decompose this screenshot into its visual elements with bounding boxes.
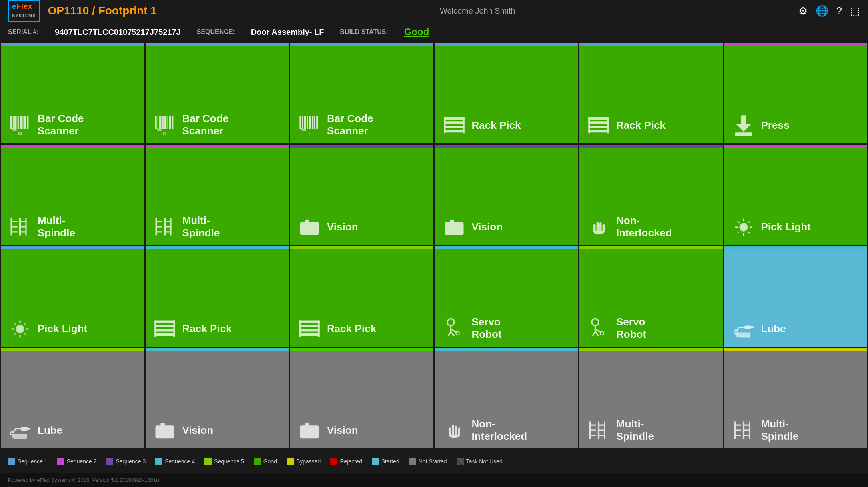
svg-line-110 (448, 332, 451, 336)
tile-label-22: Multi- Spindle (616, 418, 654, 443)
svg-rect-2 (14, 116, 16, 129)
legend-seq5: Sequence 5 (204, 458, 244, 465)
rack-icon (153, 317, 177, 341)
tile-10[interactable]: Non- Interlocked (579, 144, 724, 246)
tile-bar-4 (579, 43, 723, 46)
spindle-icon (732, 418, 756, 442)
tile-label-7: Multi- Spindle (182, 214, 220, 239)
rack-icon (587, 114, 611, 138)
svg-point-85 (18, 326, 23, 331)
tile-label-10: Non- Interlocked (616, 214, 672, 239)
help-icon[interactable]: ? (836, 5, 842, 17)
tile-label-19: Vision (182, 424, 214, 437)
tile-5[interactable]: Press (724, 42, 868, 144)
sequence-value: Door Assembly- LF (251, 28, 324, 37)
tile-bar-18 (1, 348, 144, 351)
tile-bar-22 (579, 348, 723, 351)
tile-content-2: |||| Bar Code Scanner (297, 112, 426, 137)
legend-seq5-label: Sequence 5 (214, 458, 244, 465)
tile-content-20: Vision (297, 419, 426, 443)
tile-bar-9 (435, 145, 578, 148)
tile-bar-8 (290, 145, 433, 148)
svg-rect-118 (744, 325, 751, 329)
svg-rect-9 (155, 116, 156, 129)
barcode-icon: |||| (153, 113, 177, 137)
tile-content-21: Non- Interlocked (442, 418, 571, 443)
tile-label-18: Lube (38, 424, 62, 437)
tile-9[interactable]: Vision (434, 144, 579, 246)
serial-label: SERIAL #: (8, 28, 39, 36)
tile-0[interactable]: |||| Bar Code Scanner (0, 42, 145, 144)
footer: Powered by eFlex Systems © 2016. Version… (0, 473, 868, 487)
tile-14[interactable]: Rack Pick (289, 245, 434, 347)
svg-line-81 (748, 232, 749, 233)
svg-point-115 (600, 332, 604, 335)
tile-12[interactable]: Pick Light (0, 245, 145, 347)
tile-8[interactable]: Vision (289, 144, 434, 246)
tile-23[interactable]: Multi- Spindle (724, 347, 868, 449)
svg-rect-3 (18, 116, 19, 129)
tile-bar-11 (724, 145, 868, 148)
tile-13[interactable]: Rack Pick (145, 245, 290, 347)
tile-bar-12 (1, 246, 144, 249)
svg-rect-95 (154, 325, 175, 327)
tile-11[interactable]: Pick Light (724, 144, 868, 246)
legend-seq2: Sequence 2 (57, 458, 97, 465)
tile-17[interactable]: Lube (724, 245, 868, 347)
tile-19[interactable]: Vision (145, 347, 290, 449)
barcode-icon: |||| (297, 113, 321, 137)
picklight-icon (732, 215, 756, 239)
svg-rect-99 (173, 320, 175, 337)
tile-bar-14 (290, 246, 433, 249)
tile-bar-10 (579, 145, 723, 148)
tile-16[interactable]: Servo Robot (579, 245, 724, 347)
tile-22[interactable]: Multi- Spindle (579, 347, 724, 449)
tile-15[interactable]: Servo Robot (434, 245, 579, 347)
legend-rejected: Rejected (330, 458, 362, 465)
tile-1[interactable]: |||| Bar Code Scanner (145, 42, 290, 144)
tile-content-5: Press (732, 114, 860, 138)
tile-20[interactable]: Vision (289, 347, 434, 449)
tile-18[interactable]: Lube (0, 347, 145, 449)
tile-2[interactable]: |||| Bar Code Scanner (289, 42, 434, 144)
tile-bar-20 (290, 348, 433, 351)
legend-seq2-box (57, 458, 64, 465)
tile-content-9: Vision (442, 215, 571, 239)
legend-bypassed: Bypassed (287, 458, 321, 465)
serial-value: 9407TLC7TLCC01075217J75217J (55, 28, 181, 37)
legend-good: Good (254, 458, 277, 465)
info-bar: SERIAL #: 9407TLC7TLCC01075217J75217J SE… (0, 22, 868, 42)
svg-rect-127 (160, 423, 165, 427)
svg-rect-18 (299, 116, 301, 129)
legend: Sequence 1 Sequence 2 Sequence 3 Sequenc… (0, 449, 868, 473)
svg-rect-1 (13, 116, 14, 129)
tile-content-14: Rack Pick (297, 317, 426, 341)
tile-content-6: Multi- Spindle (8, 214, 137, 239)
legend-started: Started (372, 458, 399, 465)
tile-4[interactable]: Rack Pick (579, 42, 724, 144)
svg-rect-63 (305, 220, 309, 223)
svg-line-80 (738, 221, 739, 223)
tile-bar-17 (724, 246, 868, 249)
tile-content-8: Vision (297, 215, 426, 239)
tile-7[interactable]: Multi- Spindle (145, 144, 290, 246)
legend-good-box (254, 458, 261, 465)
tile-label-8: Vision (327, 221, 358, 233)
tile-bar-2 (290, 43, 433, 46)
tile-3[interactable]: Rack Pick (434, 42, 579, 144)
tile-label-4: Rack Pick (616, 119, 666, 132)
robot-icon (442, 316, 466, 340)
footer-text: Powered by eFlex Systems © 2016. Version… (8, 477, 159, 483)
lube-icon (732, 317, 756, 341)
expand-icon[interactable]: ⬚ (850, 5, 860, 17)
tile-label-13: Rack Pick (182, 323, 232, 335)
tile-21[interactable]: Non- Interlocked (434, 347, 579, 449)
tile-6[interactable]: Multi- Spindle (0, 144, 145, 246)
globe-icon[interactable]: 🌐 (816, 5, 828, 17)
tile-label-12: Pick Light (38, 323, 87, 335)
settings-icon[interactable]: ⚙ (798, 5, 808, 17)
tile-content-15: Servo Robot (442, 316, 571, 341)
svg-point-131 (307, 430, 312, 434)
legend-not-started-box (409, 458, 416, 465)
tile-label-20: Vision (327, 424, 358, 437)
